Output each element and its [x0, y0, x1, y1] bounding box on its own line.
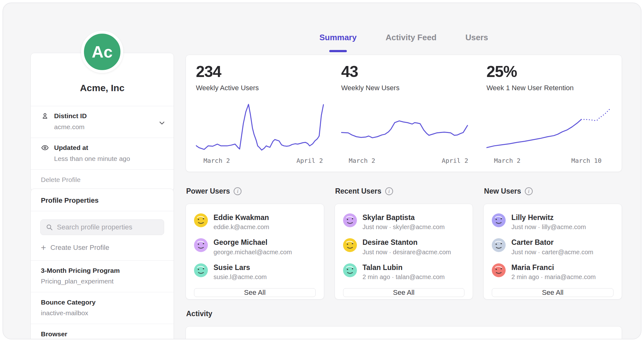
- power-users-section: Power Users i Eddie Kwakman eddie.k@acme…: [186, 187, 324, 300]
- user-avatar: [492, 213, 506, 227]
- see-all-button[interactable]: See All: [492, 288, 613, 297]
- property-row[interactable]: Browser Chrome: [31, 324, 174, 339]
- user-avatar: [194, 213, 208, 227]
- property-value: inactive-mailbox: [41, 309, 164, 317]
- person-icon: [41, 112, 49, 120]
- create-user-profile-label: Create User Profile: [50, 244, 109, 252]
- new-users-card: Lilly Herwitz Just now · lilly@acme.com …: [483, 204, 622, 300]
- activity-card: 234 240 3.4k: [186, 326, 622, 339]
- delete-profile-button[interactable]: Delete Profile: [31, 169, 174, 191]
- property-label: Browser: [41, 330, 164, 338]
- section-title: Power Users: [186, 187, 230, 195]
- user-row[interactable]: Lilly Herwitz Just now · lilly@acme.com: [492, 213, 613, 231]
- section-title: Recent Users: [335, 187, 381, 195]
- user-avatar: [194, 238, 208, 252]
- search-input[interactable]: [57, 223, 159, 231]
- user-row[interactable]: Eddie Kwakman eddie.k@acme.com: [194, 213, 316, 231]
- stat-weekly-new-users: 43 Weekly New Users March 2 April 2: [331, 55, 476, 172]
- user-subtitle: 2 min ago · talan@acme.com: [363, 273, 445, 281]
- stat-week1-retention: 25% Week 1 New User Retention March 2 Ma…: [476, 55, 622, 172]
- stat-label: Weekly Active Users: [196, 84, 331, 92]
- see-all-button[interactable]: See All: [194, 288, 316, 297]
- user-row[interactable]: Carter Bator Just now · carter@acme.com: [492, 238, 613, 256]
- user-subtitle: susie.l@acme.com: [214, 273, 267, 281]
- updated-at-label: Updated at: [54, 144, 88, 151]
- distinct-id-row[interactable]: Distinct ID acme.com: [31, 106, 174, 138]
- company-avatar: Ac: [81, 31, 123, 73]
- user-name: Skylar Baptista: [363, 213, 445, 222]
- new-users-section: New Users i Lilly Herwitz Just now · lil…: [483, 187, 622, 300]
- main-content: Summary Activity Feed Users 234 Weekly A…: [186, 3, 622, 53]
- eye-icon: [41, 144, 49, 152]
- user-row[interactable]: Susie Lars susie.l@acme.com: [194, 263, 316, 281]
- tab-bar: Summary Activity Feed Users: [186, 3, 622, 53]
- user-name: Susie Lars: [214, 263, 267, 272]
- profile-properties-search[interactable]: [40, 219, 164, 235]
- property-row[interactable]: 3-Month Pricing Program Pricing_plan_exp…: [31, 260, 174, 292]
- info-icon[interactable]: i: [385, 187, 393, 195]
- user-avatar: [343, 263, 357, 277]
- create-user-profile-button[interactable]: + Create User Profile: [41, 243, 164, 252]
- week1-retention-chart: [486, 102, 615, 154]
- property-row[interactable]: Bounce Category inactive-mailbox: [31, 292, 174, 324]
- profile-properties-card: Profile Properties + Create User Profile…: [31, 189, 174, 339]
- distinct-id-label: Distinct ID: [54, 112, 87, 120]
- tab-activity-feed[interactable]: Activity Feed: [386, 33, 436, 53]
- user-row[interactable]: George Michael george.michael@acme.com: [194, 238, 316, 256]
- face-icon: [492, 213, 506, 227]
- see-all-button[interactable]: See All: [343, 288, 465, 297]
- user-avatar: [492, 238, 506, 252]
- face-icon: [492, 263, 506, 277]
- tick-label: March 2: [203, 157, 230, 164]
- activity-title: Activity: [186, 310, 212, 318]
- tick-label: March 2: [494, 157, 520, 164]
- stat-label: Week 1 New User Retention: [486, 84, 622, 92]
- info-icon[interactable]: i: [525, 187, 533, 195]
- weekly-active-users-chart: [196, 102, 325, 154]
- stat-value: 43: [341, 63, 476, 81]
- user-avatar: [343, 238, 357, 252]
- user-name: Maria Franci: [511, 263, 596, 272]
- user-row[interactable]: Maria Franci 2 min ago · maria@acme.com: [492, 263, 613, 281]
- plus-icon: +: [41, 243, 46, 252]
- info-icon[interactable]: i: [234, 187, 242, 195]
- user-name: Talan Lubin: [363, 263, 445, 272]
- activity-stat-value: 240: [341, 339, 476, 339]
- tick-label: April 2: [297, 157, 323, 164]
- activity-stat-value: 3.4k: [486, 339, 622, 339]
- face-icon: [194, 213, 208, 227]
- recent-users-section: Recent Users i Skylar Baptista Just now …: [335, 187, 473, 300]
- face-icon: [492, 238, 506, 252]
- user-avatar: [343, 213, 357, 227]
- tab-summary[interactable]: Summary: [319, 33, 357, 53]
- face-icon: [343, 213, 357, 227]
- property-value: Pricing_plan_experiment: [41, 278, 164, 285]
- app-window: Ac Acme, Inc Distinct ID acme.com: [3, 3, 641, 339]
- user-row[interactable]: Skylar Baptista Just now · skyler@acme.c…: [343, 213, 465, 231]
- stat-label: Weekly New Users: [341, 84, 476, 92]
- face-icon: [343, 238, 357, 252]
- updated-at-row: Updated at Less than one minute ago: [31, 138, 174, 169]
- x-axis-ticks: March 2 April 2: [341, 154, 476, 164]
- user-name: Carter Bator: [511, 238, 593, 246]
- property-label: Bounce Category: [41, 299, 164, 306]
- tick-label: March 2: [349, 157, 375, 164]
- distinct-id-value: acme.com: [54, 123, 164, 131]
- user-name: Desirae Stanton: [363, 238, 451, 246]
- user-avatar: [194, 263, 208, 277]
- user-name: George Michael: [214, 238, 292, 246]
- user-row[interactable]: Desirae Stanton Just now · desirare@acme…: [343, 238, 465, 256]
- profile-properties-title: Profile Properties: [31, 189, 174, 211]
- activity-stat-value: 234: [196, 339, 331, 339]
- tab-users[interactable]: Users: [465, 33, 488, 53]
- x-axis-ticks: March 2 March 10: [486, 154, 622, 164]
- user-subtitle: Just now · skyler@acme.com: [363, 223, 445, 231]
- section-title: New Users: [484, 187, 521, 195]
- user-subtitle: george.michael@acme.com: [214, 249, 292, 256]
- user-row[interactable]: Talan Lubin 2 min ago · talan@acme.com: [343, 263, 465, 281]
- weekly-new-users-chart: [341, 102, 470, 154]
- tick-label: April 2: [442, 157, 468, 164]
- stat-value: 25%: [486, 63, 622, 81]
- user-subtitle: Just now · desirare@acme.com: [363, 249, 451, 256]
- chevron-down-icon[interactable]: [158, 119, 165, 126]
